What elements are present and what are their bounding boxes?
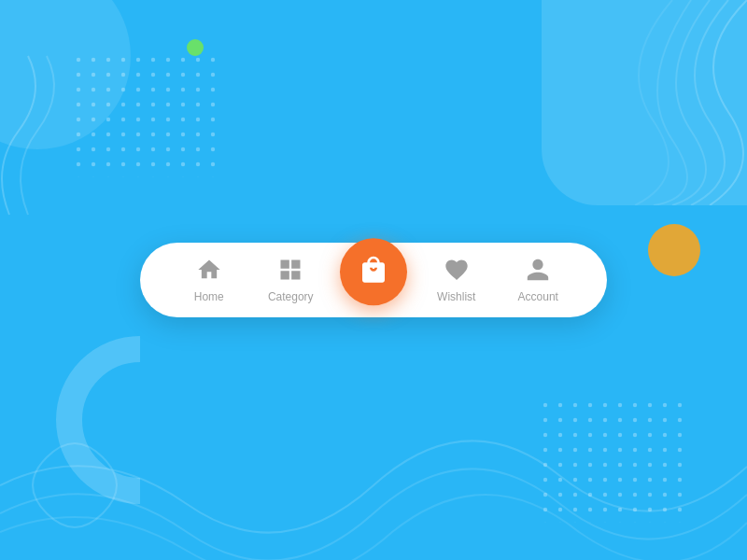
wave-lines-bottom	[0, 392, 747, 560]
shopping-bag-icon	[359, 255, 388, 288]
dot-grid-tl	[75, 56, 224, 177]
svg-rect-1	[75, 56, 224, 177]
arc-bl	[56, 336, 224, 504]
shop-button[interactable]	[340, 238, 407, 305]
svg-rect-3	[542, 401, 691, 523]
home-label: Home	[194, 290, 224, 303]
orange-circle	[648, 224, 700, 276]
rect-tr	[542, 0, 747, 205]
wishlist-label: Wishlist	[437, 290, 475, 303]
bottom-left-blob	[28, 439, 140, 532]
nav-item-wishlist[interactable]: Wishlist	[416, 251, 498, 309]
nav-item-home[interactable]: Home	[168, 251, 250, 309]
blob-lines-left	[0, 47, 75, 233]
category-label: Category	[268, 290, 314, 303]
blob-tl	[0, 0, 131, 149]
category-icon	[277, 257, 303, 287]
green-dot	[187, 39, 204, 56]
account-icon	[525, 257, 551, 287]
dot-grid-br	[542, 401, 691, 523]
account-label: Account	[518, 290, 558, 303]
navbar-wrapper: Home Category Wishlist	[140, 243, 607, 317]
wave-lines-tr	[523, 0, 747, 205]
nav-item-category[interactable]: Category	[250, 251, 332, 309]
nav-item-account[interactable]: Account	[498, 251, 580, 309]
home-icon	[196, 257, 222, 287]
wishlist-icon	[444, 257, 470, 287]
